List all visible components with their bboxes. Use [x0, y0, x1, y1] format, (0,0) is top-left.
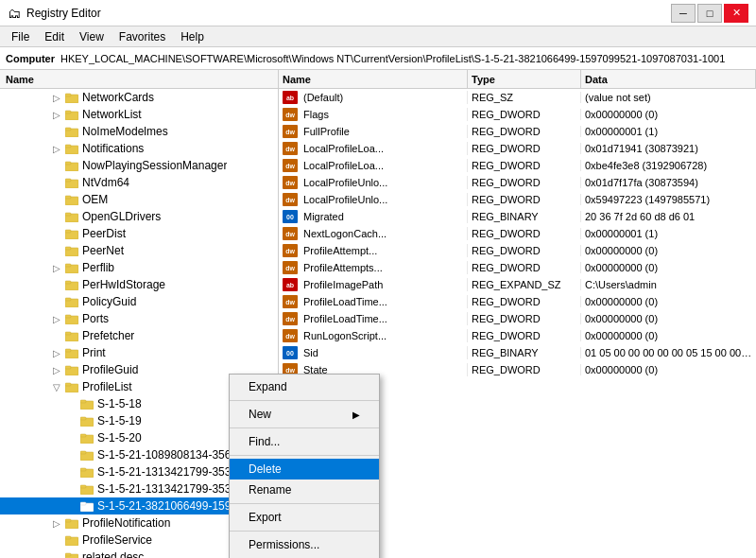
- registry-row[interactable]: ab(Default)REG_SZ(value not set): [279, 89, 756, 106]
- context-menu-item[interactable]: Permissions...: [230, 534, 379, 555]
- reg-name-cell: dwProfileAttempts...: [279, 261, 468, 274]
- tree-item[interactable]: NoImeModelmes: [0, 123, 278, 140]
- tree-item-label: NetworkCards: [82, 91, 154, 104]
- menu-view[interactable]: View: [72, 26, 112, 46]
- reg-name-text: Flags: [301, 109, 329, 120]
- svg-rect-7: [65, 145, 71, 148]
- reg-type-icon: dw: [283, 312, 298, 325]
- folder-icon: [79, 481, 94, 497]
- reg-type-icon: dw: [283, 295, 298, 308]
- registry-row[interactable]: dwProfileAttempts...REG_DWORD0x00000000 …: [279, 259, 756, 276]
- context-menu-item[interactable]: Export: [230, 507, 379, 528]
- registry-row[interactable]: dwRunLogonScript...REG_DWORD0x00000000 (…: [279, 327, 756, 344]
- svg-rect-51: [65, 519, 71, 522]
- tree-item[interactable]: ▷ NetworkList: [0, 106, 278, 123]
- reg-type-cell: REG_DWORD: [468, 228, 581, 239]
- registry-row[interactable]: 00MigratedREG_BINARY20 36 7f 2d 60 d8 d6…: [279, 208, 756, 225]
- tree-item[interactable]: ▷ NetworkCards: [0, 89, 278, 106]
- tree-item-label: NetworkList: [82, 108, 142, 121]
- registry-row[interactable]: dwFlagsREG_DWORD0x00000000 (0): [279, 106, 756, 123]
- context-menu-item-label: Expand: [249, 380, 287, 393]
- tree-item-label: S-1-5-19: [97, 414, 142, 427]
- registry-row[interactable]: dwLocalProfileUnlo...REG_DWORD0x59497223…: [279, 191, 756, 208]
- tree-item-label: OpenGLDrivers: [82, 210, 161, 223]
- menu-help[interactable]: Help: [173, 26, 212, 46]
- svg-rect-23: [65, 281, 71, 284]
- title-bar: 🗂 Registry Editor ─ □ ✕: [0, 0, 756, 26]
- context-menu-item-label: Export: [249, 511, 282, 524]
- registry-row[interactable]: dwLocalProfileLoa...REG_DWORD0x01d71941 …: [279, 140, 756, 157]
- menu-file[interactable]: File: [4, 26, 37, 46]
- menu-favorites[interactable]: Favorites: [112, 26, 173, 46]
- folder-icon: [64, 209, 79, 224]
- reg-type-cell: REG_DWORD: [468, 109, 581, 120]
- reg-data-cell: 0x00000000 (0): [581, 245, 756, 256]
- reg-type-cell: REG_SZ: [468, 92, 581, 103]
- reg-name-cell: dwFlags: [279, 108, 468, 121]
- folder-icon: [64, 260, 79, 275]
- tree-item[interactable]: PerHwIdStorage: [0, 276, 278, 293]
- reg-data-cell: 0x00000000 (0): [581, 262, 756, 273]
- registry-row[interactable]: 00SidREG_BINARY01 05 00 00 00 00 00 05 1…: [279, 344, 756, 361]
- context-menu-item[interactable]: Delete: [230, 459, 379, 480]
- reg-data-cell: 0x00000001 (1): [581, 228, 756, 239]
- expand-arrow-icon: ▽: [49, 382, 64, 392]
- reg-type-icon: dw: [283, 159, 298, 172]
- reg-name-cell: abProfileImagePath: [279, 278, 468, 291]
- maximize-button[interactable]: □: [697, 4, 722, 23]
- close-button[interactable]: ✕: [724, 4, 748, 23]
- menu-edit[interactable]: Edit: [37, 26, 72, 46]
- svg-rect-27: [65, 315, 71, 318]
- registry-row[interactable]: dwProfileAttempt...REG_DWORD0x00000000 (…: [279, 242, 756, 259]
- tree-item-label: S-1-5-20: [97, 431, 142, 445]
- reg-type-cell: REG_BINARY: [468, 211, 581, 222]
- context-menu-item[interactable]: Expand: [230, 376, 379, 397]
- tree-item[interactable]: OEM: [0, 191, 278, 208]
- reg-name-text: Migrated: [301, 211, 344, 222]
- reg-name-text: ProfileImagePath: [301, 279, 383, 290]
- tree-item[interactable]: NtVdm64: [0, 174, 278, 191]
- tree-item[interactable]: PeerNet: [0, 242, 278, 259]
- reg-type-cell: REG_BINARY: [468, 347, 581, 358]
- tree-item[interactable]: ▷ Notifications: [0, 140, 278, 157]
- context-menu-item[interactable]: Find...: [230, 431, 379, 452]
- registry-row[interactable]: dwLocalProfileUnlo...REG_DWORD0x01d7f17f…: [279, 174, 756, 191]
- reg-data-cell: 0x00000000 (0): [581, 109, 756, 120]
- registry-row[interactable]: dwFullProfileREG_DWORD0x00000001 (1): [279, 123, 756, 140]
- registry-row[interactable]: dwNextLogonCach...REG_DWORD0x00000001 (1…: [279, 225, 756, 242]
- registry-row[interactable]: abProfileImagePathREG_EXPAND_SZC:\Users\…: [279, 276, 756, 293]
- tree-item[interactable]: Prefetcher: [0, 327, 278, 344]
- reg-name-cell: dwProfileLoadTime...: [279, 312, 468, 325]
- reg-type-cell: REG_DWORD: [468, 160, 581, 171]
- tree-item-label: Ports: [82, 312, 109, 325]
- reg-type-icon: 00: [283, 210, 298, 223]
- svg-rect-15: [65, 213, 71, 216]
- col-header-name: Name: [279, 70, 468, 88]
- reg-type-icon: dw: [283, 227, 298, 240]
- reg-name-cell: dwLocalProfileLoa...: [279, 159, 468, 172]
- tree-item[interactable]: PolicyGuid: [0, 293, 278, 310]
- tree-item[interactable]: NowPlayingSessionManager: [0, 157, 278, 174]
- tree-item-label: ProfileList: [82, 380, 132, 393]
- context-menu-item[interactable]: New▶: [230, 404, 379, 425]
- context-menu-item[interactable]: Rename: [230, 480, 379, 500]
- reg-type-cell: REG_EXPAND_SZ: [468, 279, 581, 290]
- folder-icon: [64, 175, 79, 190]
- tree-item[interactable]: PeerDist: [0, 225, 278, 242]
- svg-rect-37: [80, 400, 86, 403]
- tree-item[interactable]: OpenGLDrivers: [0, 208, 278, 225]
- tree-item[interactable]: ▷ Ports: [0, 310, 278, 327]
- reg-name-cell: dwProfileLoadTime...: [279, 295, 468, 308]
- reg-data-cell: 0x00000000 (0): [581, 330, 756, 341]
- reg-data-cell: 0x00000000 (0): [581, 296, 756, 307]
- minimize-button[interactable]: ─: [671, 4, 696, 23]
- svg-rect-45: [80, 468, 86, 471]
- registry-row[interactable]: dwProfileLoadTime...REG_DWORD0x00000000 …: [279, 293, 756, 310]
- reg-data-cell: 0x01d7f17fa (30873594): [581, 177, 756, 188]
- app-title: Registry Editor: [26, 7, 101, 20]
- tree-item[interactable]: ▷ Print: [0, 344, 278, 361]
- registry-row[interactable]: dwProfileLoadTime...REG_DWORD0x00000000 …: [279, 310, 756, 327]
- tree-item[interactable]: ▷ Perflib: [0, 259, 278, 276]
- expand-arrow-icon: ▷: [49, 348, 64, 358]
- registry-row[interactable]: dwLocalProfileLoa...REG_DWORD0xbe4fe3e8 …: [279, 157, 756, 174]
